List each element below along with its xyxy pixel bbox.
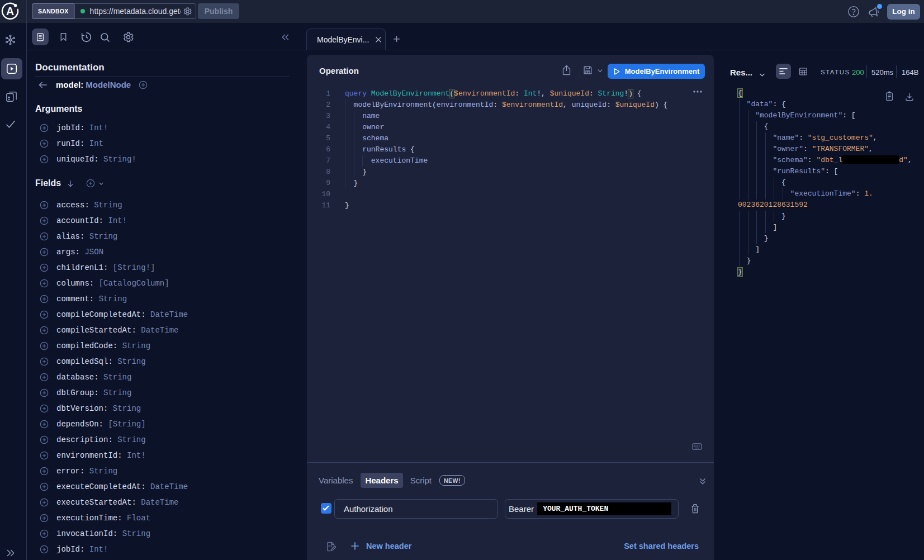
svg-text:A: A: [6, 5, 14, 17]
